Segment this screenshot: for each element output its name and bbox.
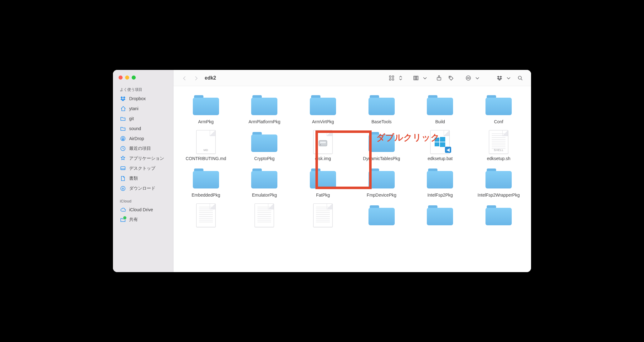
file-label: IntelFsp2WrapperPkg (478, 193, 520, 198)
file-label: DynamicTablesPkg (363, 156, 400, 162)
actions-chevron[interactable] (474, 73, 481, 83)
folder-icon (309, 93, 337, 117)
file-item[interactable] (353, 203, 411, 229)
file-label: Conf (494, 119, 503, 125)
sidebar-item-downloads[interactable]: ダウンロード (113, 183, 173, 193)
sidebar-item-label: Dropbox (129, 96, 146, 101)
file-icon (192, 203, 220, 227)
file-item[interactable]: IntelFsp2Pkg (411, 166, 469, 198)
forward-button[interactable] (191, 73, 202, 83)
tags-button[interactable] (446, 73, 456, 83)
file-item[interactable]: Conf (470, 93, 528, 125)
view-icons-button[interactable] (386, 73, 397, 83)
group-by-button[interactable] (411, 73, 421, 83)
file-item[interactable]: EmulatorPkg (235, 166, 293, 198)
file-label: ArmPlatformPkg (249, 119, 281, 125)
sidebar-item-label: AirDrop (129, 136, 144, 141)
sidebar-item-applications[interactable]: アプリケーション (113, 154, 173, 164)
file-item[interactable]: FmpDevicePkg (353, 166, 411, 198)
file-item[interactable]: edksetup.bat (411, 130, 469, 162)
toolbar: edk2 (173, 70, 531, 86)
folder-icon (192, 93, 220, 117)
file-item[interactable]: FatPkg (294, 166, 352, 198)
folder-icon (426, 166, 454, 191)
share-button[interactable] (434, 73, 444, 83)
file-icon: MD (192, 130, 220, 154)
window-title: edk2 (205, 75, 216, 81)
close-button[interactable] (119, 76, 123, 80)
file-label: ArmVirtPkg (312, 119, 334, 125)
file-label: disk.img (315, 156, 331, 162)
sidebar-item-documents[interactable]: 書類 (113, 173, 173, 183)
file-label: EmulatorPkg (252, 193, 277, 198)
group-by-chevron[interactable] (422, 73, 428, 83)
file-label: edksetup.bat (427, 156, 452, 162)
file-label: ArmPkg (198, 119, 214, 125)
file-icon (250, 203, 278, 227)
sidebar-item-airdrop[interactable]: AirDrop (113, 134, 173, 144)
actions-button[interactable] (463, 73, 474, 83)
sidebar-item-label: ytani (129, 106, 139, 111)
main-pane: edk2 ArmPkgArmPlatformPkgAr (173, 70, 531, 272)
back-button[interactable] (179, 73, 190, 83)
clock-icon (120, 145, 126, 152)
file-label: FmpDevicePkg (367, 193, 396, 198)
download-icon (120, 185, 126, 192)
search-button[interactable] (515, 73, 525, 83)
folder-icon (368, 203, 396, 227)
file-item[interactable]: EmbeddedPkg (177, 166, 235, 198)
sidebar-item-icloud-drive[interactable]: iCloud Drive (113, 205, 173, 215)
sidebar-section-icloud: iCloud (113, 197, 173, 205)
sidebar-item-label: git (129, 116, 134, 121)
sidebar-item-sound[interactable]: sound (113, 124, 173, 134)
file-item[interactable] (235, 203, 293, 229)
folder-icon (120, 125, 126, 132)
file-icon (309, 130, 337, 154)
folder-icon (485, 166, 513, 191)
sidebar-item-desktop[interactable]: デスクトップ (113, 164, 173, 173)
sidebar-item-label: ダウンロード (129, 186, 155, 191)
file-item[interactable]: ArmPlatformPkg (235, 93, 293, 125)
folder-icon (426, 93, 454, 117)
minimize-button[interactable] (125, 76, 129, 80)
sidebar-item-git[interactable]: git (113, 114, 173, 124)
dropbox-icon (120, 95, 126, 102)
file-item[interactable] (411, 203, 469, 229)
view-sort-button[interactable] (398, 73, 404, 83)
file-label: FatPkg (316, 193, 330, 198)
folder-icon (120, 115, 126, 122)
sidebar-item-dropbox[interactable]: Dropbox (113, 94, 173, 104)
file-label: CryptoPkg (254, 156, 275, 162)
folder-icon (250, 130, 278, 154)
file-item[interactable]: SHELLedksetup.sh (470, 130, 528, 162)
content-area: ArmPkgArmPlatformPkgArmVirtPkgBaseToolsB… (173, 86, 531, 272)
sidebar-item-home[interactable]: ytani (113, 104, 173, 114)
sidebar-item-label: アプリケーション (129, 156, 164, 161)
file-item[interactable]: MDCONTRIBUTING.md (177, 130, 235, 162)
window-controls (113, 74, 173, 85)
file-item[interactable] (177, 203, 235, 229)
dropbox-chevron[interactable] (505, 73, 512, 83)
file-item[interactable] (470, 203, 528, 229)
file-item[interactable]: DynamicTablesPkg (353, 130, 411, 162)
file-item[interactable]: disk.img (294, 130, 352, 162)
file-item[interactable] (294, 203, 352, 229)
file-item[interactable]: Build (411, 93, 469, 125)
dropbox-toolbar-button[interactable] (494, 73, 505, 83)
folder-icon (250, 166, 278, 191)
shared-folder-icon (120, 217, 126, 223)
desktop-icon (120, 165, 126, 172)
file-icon: SHELL (485, 130, 513, 154)
fullscreen-button[interactable] (132, 76, 136, 80)
file-item[interactable]: ArmPkg (177, 93, 235, 125)
sidebar-item-shared[interactable]: 共有 (113, 215, 173, 225)
sidebar-item-label: 共有 (129, 217, 138, 222)
folder-icon (368, 130, 396, 154)
file-item[interactable]: ArmVirtPkg (294, 93, 352, 125)
sidebar-section-favorites: よく使う項目 (113, 85, 173, 94)
sidebar-item-recents[interactable]: 最近の項目 (113, 144, 173, 154)
file-item[interactable]: CryptoPkg (235, 130, 293, 162)
file-item[interactable]: BaseTools (353, 93, 411, 125)
file-item[interactable]: IntelFsp2WrapperPkg (470, 166, 528, 198)
file-label: edksetup.sh (487, 156, 510, 162)
